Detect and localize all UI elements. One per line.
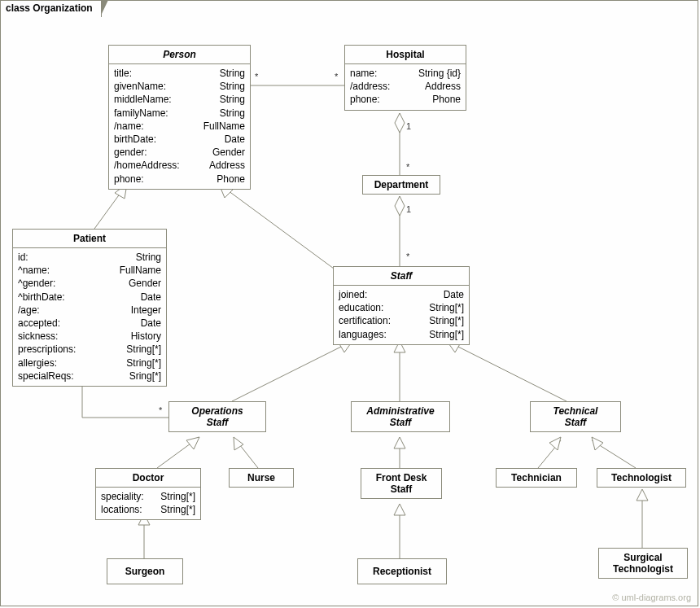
class-title: Front DeskStaff: [361, 469, 441, 498]
attribute-row: locations:String[*]: [101, 503, 195, 516]
frame-title: class Organization: [6, 2, 93, 14]
class-title: Staff: [334, 267, 469, 286]
attribute-row: joined:Date: [339, 288, 464, 301]
class-attrs: title:StringgivenName:StringmiddleName:S…: [109, 64, 250, 189]
class-title: Nurse: [230, 469, 293, 487]
class-title: Department: [363, 176, 440, 194]
class-title: Doctor: [96, 469, 200, 488]
class-front-desk-staff: Front DeskStaff: [361, 468, 442, 499]
attribute-row: familyName:String: [114, 107, 245, 120]
svg-marker-18: [234, 437, 243, 450]
svg-marker-16: [186, 437, 199, 449]
attribute-row: name:String {id}: [350, 67, 461, 80]
attribute-row: accepted:Date: [18, 317, 161, 330]
class-surgeon: Surgeon: [107, 558, 183, 584]
attribute-row: birthDate:Date: [114, 133, 245, 146]
class-person: Person title:StringgivenName:Stringmiddl…: [108, 45, 251, 190]
class-surgical-technologist: SurgicalTechnologist: [598, 548, 688, 579]
attribute-row: prescriptions:String[*]: [18, 343, 161, 356]
class-attrs: name:String {id}/address:Addressphone:Ph…: [345, 64, 466, 110]
attribute-row: languages:String[*]: [339, 328, 464, 341]
class-title: TechnicalStaff: [531, 402, 620, 431]
class-attrs: joined:Dateeducation:String[*]certificat…: [334, 286, 469, 344]
svg-marker-20: [394, 437, 405, 448]
attribute-row: /age:Integer: [18, 304, 161, 317]
svg-line-21: [538, 440, 561, 468]
class-title: Technologist: [597, 469, 685, 487]
class-title: Surgeon: [107, 559, 182, 584]
svg-marker-22: [549, 437, 561, 450]
mult: *: [335, 72, 338, 81]
attribute-row: phone:Phone: [114, 173, 245, 186]
mult: *: [255, 72, 258, 81]
mult: 1: [406, 121, 411, 131]
class-doctor: Doctor speciality:String[*]locations:Str…: [95, 468, 201, 520]
attribute-row: ^name:FullName: [18, 264, 161, 277]
svg-line-15: [157, 437, 199, 468]
attribute-row: specialReqs:Sring[*]: [18, 370, 161, 383]
package-frame: class Organization: [0, 0, 698, 606]
attribute-row: /address:Address: [350, 80, 461, 93]
attribute-row: id:String: [18, 251, 161, 264]
class-title: Technician: [497, 469, 576, 487]
svg-line-17: [234, 437, 258, 468]
class-hospital: Hospital name:String {id}/address:Addres…: [344, 45, 466, 111]
class-title: Hospital: [345, 46, 466, 64]
svg-line-13: [447, 341, 567, 401]
mult: 1: [406, 204, 411, 214]
attribute-row: sickness:History: [18, 330, 161, 343]
mult: *: [406, 252, 409, 261]
mult: *: [406, 162, 409, 172]
class-technologist: Technologist: [597, 468, 686, 488]
svg-marker-24: [592, 437, 603, 450]
attribute-row: education:String[*]: [339, 301, 464, 314]
class-attrs: speciality:String[*]locations:String[*]: [96, 488, 200, 519]
attribute-row: /homeAddress:Address: [114, 159, 245, 172]
frame-label: class Organization: [0, 0, 102, 17]
class-title: Receptionist: [358, 559, 446, 584]
attribute-row: speciality:String[*]: [101, 490, 195, 503]
svg-marker-28: [394, 504, 405, 515]
svg-line-9: [232, 341, 352, 401]
svg-line-23: [592, 440, 636, 468]
svg-marker-2: [395, 113, 405, 133]
class-technical-staff: TechnicalStaff: [530, 401, 621, 432]
attribute-row: /name:FullName: [114, 120, 245, 133]
attribute-row: givenName:String: [114, 80, 245, 93]
mult: *: [159, 405, 162, 415]
attribute-row: title:String: [114, 67, 245, 80]
class-title: Person: [109, 46, 250, 64]
class-nurse: Nurse: [229, 468, 294, 488]
attribute-row: certification:String[*]: [339, 314, 464, 327]
class-attrs: id:String^name:FullName^gender:Gender^bi…: [13, 248, 166, 386]
class-title: OperationsStaff: [169, 402, 265, 431]
class-operations-staff: OperationsStaff: [168, 401, 266, 432]
class-patient: Patient id:String^name:FullName^gender:G…: [12, 229, 167, 387]
attribute-row: allergies:String[*]: [18, 356, 161, 370]
class-department: Department: [362, 175, 440, 195]
svg-marker-30: [637, 489, 648, 501]
attribute-row: gender:Gender: [114, 146, 245, 159]
attribute-row: phone:Phone: [350, 93, 461, 106]
attribute-row: ^birthDate:Date: [18, 291, 161, 304]
svg-marker-4: [395, 196, 405, 216]
svg-line-7: [219, 184, 346, 278]
class-title: Patient: [13, 230, 166, 248]
class-administrative-staff: AdministrativeStaff: [351, 401, 450, 432]
class-staff: Staff joined:Dateeducation:String[*]cert…: [333, 266, 470, 345]
class-receptionist: Receptionist: [357, 558, 447, 584]
svg-line-5: [94, 184, 127, 229]
attribute-row: middleName:String: [114, 93, 245, 106]
attribute-row: ^gender:Gender: [18, 277, 161, 290]
copyright-text: © uml-diagrams.org: [612, 593, 691, 602]
class-technician: Technician: [496, 468, 577, 488]
class-title: SurgicalTechnologist: [599, 549, 687, 578]
class-title: AdministrativeStaff: [352, 402, 449, 431]
